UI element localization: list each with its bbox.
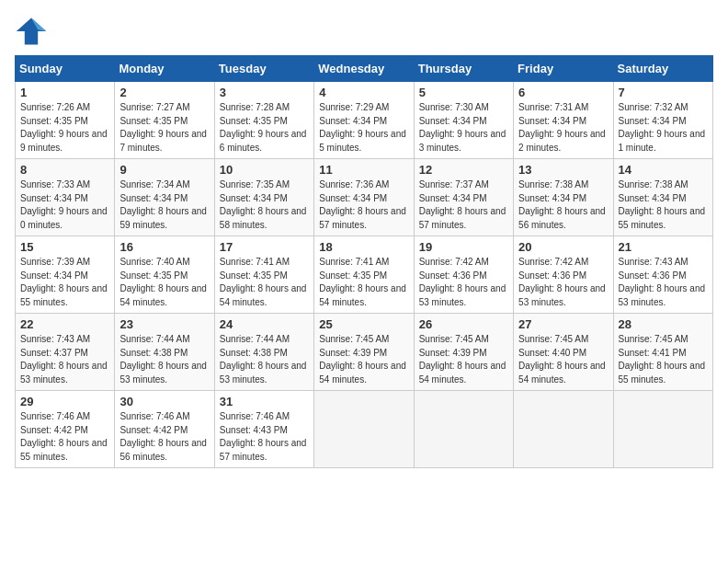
calendar-cell: 10 Sunrise: 7:35 AM Sunset: 4:34 PM Dayl… (214, 159, 313, 236)
day-number: 22 (20, 317, 109, 331)
calendar-week-row: 8 Sunrise: 7:33 AM Sunset: 4:34 PM Dayli… (16, 159, 713, 236)
calendar-cell (514, 391, 613, 468)
calendar-cell: 5 Sunrise: 7:30 AM Sunset: 4:34 PM Dayli… (414, 82, 513, 159)
calendar-cell: 21 Sunrise: 7:43 AM Sunset: 4:36 PM Dayl… (613, 236, 712, 314)
day-detail: Sunrise: 7:37 AM Sunset: 4:34 PM Dayligh… (419, 178, 508, 232)
day-detail: Sunrise: 7:41 AM Sunset: 4:35 PM Dayligh… (319, 256, 408, 309)
day-detail: Sunrise: 7:34 AM Sunset: 4:34 PM Dayligh… (119, 178, 209, 232)
day-number: 23 (119, 317, 209, 331)
day-number: 2 (119, 86, 209, 99)
day-number: 8 (20, 163, 109, 177)
day-number: 30 (119, 395, 209, 408)
day-detail: Sunrise: 7:43 AM Sunset: 4:37 PM Dayligh… (20, 333, 109, 386)
calendar-header-thursday: Thursday (414, 56, 513, 82)
day-detail: Sunrise: 7:45 AM Sunset: 4:39 PM Dayligh… (319, 333, 408, 386)
day-number: 9 (119, 163, 209, 177)
calendar-cell: 28 Sunrise: 7:45 AM Sunset: 4:41 PM Dayl… (613, 314, 712, 391)
calendar-week-row: 29 Sunrise: 7:46 AM Sunset: 4:42 PM Dayl… (16, 391, 713, 468)
day-number: 14 (619, 163, 708, 177)
day-detail: Sunrise: 7:33 AM Sunset: 4:34 PM Dayligh… (20, 178, 109, 232)
calendar-cell: 9 Sunrise: 7:34 AM Sunset: 4:34 PM Dayli… (115, 159, 214, 236)
day-number: 24 (220, 317, 309, 331)
calendar-cell: 24 Sunrise: 7:44 AM Sunset: 4:38 PM Dayl… (214, 314, 313, 391)
calendar-cell: 17 Sunrise: 7:41 AM Sunset: 4:35 PM Dayl… (214, 236, 313, 314)
calendar-cell: 2 Sunrise: 7:27 AM Sunset: 4:35 PM Dayli… (115, 82, 214, 159)
day-number: 1 (20, 86, 109, 99)
day-detail: Sunrise: 7:44 AM Sunset: 4:38 PM Dayligh… (220, 333, 309, 386)
day-number: 13 (518, 163, 608, 177)
calendar-cell: 7 Sunrise: 7:32 AM Sunset: 4:34 PM Dayli… (613, 82, 712, 159)
calendar-week-row: 22 Sunrise: 7:43 AM Sunset: 4:37 PM Dayl… (16, 314, 713, 391)
day-number: 4 (319, 86, 408, 99)
day-number: 18 (319, 240, 408, 254)
calendar-cell: 4 Sunrise: 7:29 AM Sunset: 4:34 PM Dayli… (314, 82, 414, 159)
day-number: 12 (419, 163, 508, 177)
day-detail: Sunrise: 7:38 AM Sunset: 4:34 PM Dayligh… (619, 178, 708, 232)
calendar-cell: 12 Sunrise: 7:37 AM Sunset: 4:34 PM Dayl… (414, 159, 513, 236)
day-detail: Sunrise: 7:39 AM Sunset: 4:34 PM Dayligh… (20, 256, 109, 309)
day-detail: Sunrise: 7:46 AM Sunset: 4:43 PM Dayligh… (220, 410, 309, 464)
day-detail: Sunrise: 7:46 AM Sunset: 4:42 PM Dayligh… (20, 410, 109, 464)
day-number: 28 (619, 317, 708, 331)
day-detail: Sunrise: 7:28 AM Sunset: 4:35 PM Dayligh… (220, 101, 309, 155)
day-number: 21 (619, 240, 708, 254)
day-number: 3 (220, 86, 309, 99)
day-detail: Sunrise: 7:31 AM Sunset: 4:34 PM Dayligh… (518, 101, 608, 155)
day-detail: Sunrise: 7:30 AM Sunset: 4:34 PM Dayligh… (419, 101, 508, 155)
day-number: 15 (20, 240, 109, 254)
day-detail: Sunrise: 7:44 AM Sunset: 4:38 PM Dayligh… (119, 333, 209, 386)
day-number: 17 (220, 240, 309, 254)
day-number: 5 (419, 86, 508, 99)
day-detail: Sunrise: 7:27 AM Sunset: 4:35 PM Dayligh… (119, 101, 209, 155)
day-detail: Sunrise: 7:32 AM Sunset: 4:34 PM Dayligh… (619, 101, 708, 155)
day-detail: Sunrise: 7:41 AM Sunset: 4:35 PM Dayligh… (220, 256, 309, 309)
calendar-week-row: 1 Sunrise: 7:26 AM Sunset: 4:35 PM Dayli… (16, 82, 713, 159)
day-detail: Sunrise: 7:40 AM Sunset: 4:35 PM Dayligh… (119, 256, 209, 309)
day-detail: Sunrise: 7:45 AM Sunset: 4:40 PM Dayligh… (518, 333, 608, 386)
calendar-cell: 31 Sunrise: 7:46 AM Sunset: 4:43 PM Dayl… (214, 391, 313, 468)
calendar-header-saturday: Saturday (613, 56, 712, 82)
calendar-cell: 25 Sunrise: 7:45 AM Sunset: 4:39 PM Dayl… (314, 314, 414, 391)
calendar-cell: 1 Sunrise: 7:26 AM Sunset: 4:35 PM Dayli… (16, 82, 115, 159)
day-number: 6 (518, 86, 608, 99)
day-detail: Sunrise: 7:35 AM Sunset: 4:34 PM Dayligh… (220, 178, 309, 232)
calendar-cell (613, 391, 712, 468)
day-number: 20 (518, 240, 608, 254)
day-number: 26 (419, 317, 508, 331)
calendar-header-monday: Monday (115, 56, 214, 82)
page-container: SundayMondayTuesdayWednesdayThursdayFrid… (15, 15, 713, 468)
calendar-cell: 30 Sunrise: 7:46 AM Sunset: 4:42 PM Dayl… (115, 391, 214, 468)
day-detail: Sunrise: 7:38 AM Sunset: 4:34 PM Dayligh… (518, 178, 608, 232)
day-number: 10 (220, 163, 309, 177)
day-number: 27 (518, 317, 608, 331)
day-number: 19 (419, 240, 508, 254)
calendar-cell: 26 Sunrise: 7:45 AM Sunset: 4:39 PM Dayl… (414, 314, 513, 391)
day-number: 7 (619, 86, 708, 99)
day-detail: Sunrise: 7:46 AM Sunset: 4:42 PM Dayligh… (119, 410, 209, 464)
calendar-cell: 8 Sunrise: 7:33 AM Sunset: 4:34 PM Dayli… (16, 159, 115, 236)
logo (15, 15, 51, 48)
calendar-cell: 29 Sunrise: 7:46 AM Sunset: 4:42 PM Dayl… (16, 391, 115, 468)
day-detail: Sunrise: 7:45 AM Sunset: 4:39 PM Dayligh… (419, 333, 508, 386)
logo-bird-icon (15, 15, 48, 48)
calendar-header-sunday: Sunday (16, 56, 115, 82)
svg-marker-0 (17, 18, 46, 45)
calendar-cell: 27 Sunrise: 7:45 AM Sunset: 4:40 PM Dayl… (514, 314, 613, 391)
calendar-cell: 15 Sunrise: 7:39 AM Sunset: 4:34 PM Dayl… (16, 236, 115, 314)
calendar-header-friday: Friday (514, 56, 613, 82)
calendar-header-tuesday: Tuesday (214, 56, 313, 82)
day-detail: Sunrise: 7:45 AM Sunset: 4:41 PM Dayligh… (619, 333, 708, 386)
day-detail: Sunrise: 7:43 AM Sunset: 4:36 PM Dayligh… (619, 256, 708, 309)
day-number: 25 (319, 317, 408, 331)
calendar-cell: 18 Sunrise: 7:41 AM Sunset: 4:35 PM Dayl… (314, 236, 414, 314)
calendar-cell: 22 Sunrise: 7:43 AM Sunset: 4:37 PM Dayl… (16, 314, 115, 391)
day-number: 31 (220, 395, 309, 408)
calendar-header-row: SundayMondayTuesdayWednesdayThursdayFrid… (16, 56, 713, 82)
day-detail: Sunrise: 7:42 AM Sunset: 4:36 PM Dayligh… (518, 256, 608, 309)
calendar-cell: 16 Sunrise: 7:40 AM Sunset: 4:35 PM Dayl… (115, 236, 214, 314)
day-number: 11 (319, 163, 408, 177)
calendar-header-wednesday: Wednesday (314, 56, 414, 82)
calendar-cell: 19 Sunrise: 7:42 AM Sunset: 4:36 PM Dayl… (414, 236, 513, 314)
calendar-cell: 13 Sunrise: 7:38 AM Sunset: 4:34 PM Dayl… (514, 159, 613, 236)
day-detail: Sunrise: 7:42 AM Sunset: 4:36 PM Dayligh… (419, 256, 508, 309)
